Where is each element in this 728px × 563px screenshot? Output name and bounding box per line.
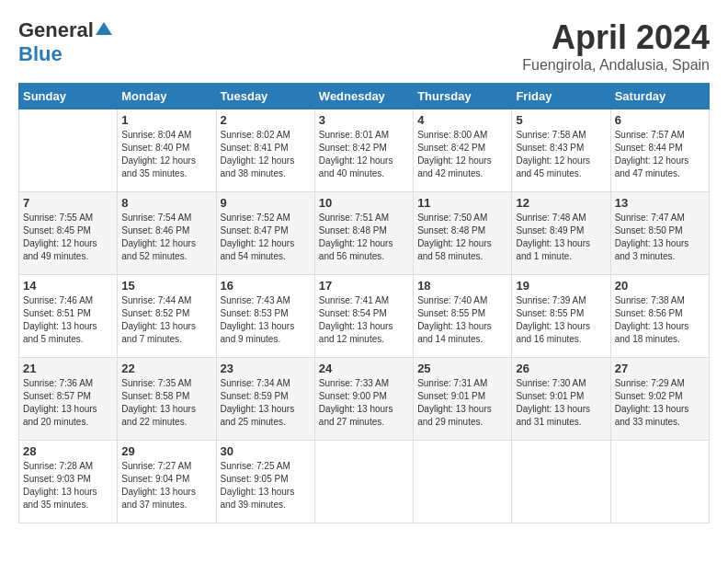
day-info: Sunrise: 7:57 AMSunset: 8:44 PMDaylight:…	[615, 130, 689, 178]
day-info: Sunrise: 7:55 AMSunset: 8:45 PMDaylight:…	[23, 213, 97, 261]
calendar-cell: 28 Sunrise: 7:28 AMSunset: 9:03 PMDaylig…	[19, 441, 118, 523]
day-info: Sunrise: 7:46 AMSunset: 8:51 PMDaylight:…	[23, 295, 97, 344]
calendar-cell: 9 Sunrise: 7:52 AMSunset: 8:47 PMDayligh…	[216, 192, 314, 275]
calendar-cell	[414, 441, 512, 523]
calendar-cell: 8 Sunrise: 7:54 AMSunset: 8:46 PMDayligh…	[118, 192, 216, 275]
day-info: Sunrise: 7:36 AMSunset: 8:57 PMDaylight:…	[23, 378, 97, 427]
calendar-cell: 18 Sunrise: 7:40 AMSunset: 8:55 PMDaylig…	[414, 275, 512, 358]
day-info: Sunrise: 7:27 AMSunset: 9:04 PMDaylight:…	[121, 461, 196, 510]
day-number: 29	[121, 444, 211, 458]
calendar-cell: 11 Sunrise: 7:50 AMSunset: 8:48 PMDaylig…	[414, 192, 512, 275]
day-info: Sunrise: 7:52 AMSunset: 8:47 PMDaylight:…	[221, 213, 295, 261]
day-info: Sunrise: 7:38 AMSunset: 8:56 PMDaylight:…	[615, 295, 689, 344]
calendar-cell: 19 Sunrise: 7:39 AMSunset: 8:55 PMDaylig…	[512, 275, 610, 358]
day-number: 6	[615, 113, 705, 127]
logo: General Blue	[18, 18, 112, 66]
day-number: 30	[221, 444, 311, 458]
calendar-cell: 13 Sunrise: 7:47 AMSunset: 8:50 PMDaylig…	[610, 192, 709, 275]
calendar-cell: 12 Sunrise: 7:48 AMSunset: 8:49 PMDaylig…	[512, 192, 610, 275]
day-number: 9	[221, 196, 311, 210]
day-info: Sunrise: 7:29 AMSunset: 9:02 PMDaylight:…	[615, 378, 689, 427]
calendar-body: 1 Sunrise: 8:04 AMSunset: 8:40 PMDayligh…	[19, 109, 710, 523]
calendar-header: SundayMondayTuesdayWednesdayThursdayFrid…	[19, 84, 710, 109]
day-info: Sunrise: 7:30 AMSunset: 9:01 PMDaylight:…	[516, 378, 590, 427]
calendar-cell: 14 Sunrise: 7:46 AMSunset: 8:51 PMDaylig…	[19, 275, 118, 358]
day-number: 10	[319, 196, 409, 210]
calendar-cell: 6 Sunrise: 7:57 AMSunset: 8:44 PMDayligh…	[610, 109, 709, 192]
day-number: 27	[615, 362, 705, 375]
title-area: April 2024 Fuengirola, Andalusia, Spain	[522, 18, 710, 74]
day-info: Sunrise: 7:40 AMSunset: 8:55 PMDaylight:…	[417, 295, 492, 344]
week-row-4: 21 Sunrise: 7:36 AMSunset: 8:57 PMDaylig…	[19, 358, 710, 441]
week-row-1: 1 Sunrise: 8:04 AMSunset: 8:40 PMDayligh…	[19, 109, 710, 192]
day-number: 5	[516, 113, 606, 127]
day-number: 11	[417, 196, 507, 210]
calendar-cell: 15 Sunrise: 7:44 AMSunset: 8:52 PMDaylig…	[118, 275, 216, 358]
week-row-2: 7 Sunrise: 7:55 AMSunset: 8:45 PMDayligh…	[19, 192, 710, 275]
calendar-cell: 26 Sunrise: 7:30 AMSunset: 9:01 PMDaylig…	[512, 358, 610, 441]
day-info: Sunrise: 7:31 AMSunset: 9:01 PMDaylight:…	[417, 378, 492, 427]
day-number: 25	[417, 362, 507, 375]
day-number: 8	[121, 196, 211, 210]
day-number: 24	[319, 362, 409, 375]
column-header-monday: Monday	[118, 84, 216, 109]
logo-general: General	[18, 18, 94, 42]
calendar-cell: 5 Sunrise: 7:58 AMSunset: 8:43 PMDayligh…	[512, 109, 610, 192]
calendar-cell: 30 Sunrise: 7:25 AMSunset: 9:05 PMDaylig…	[216, 441, 314, 523]
day-number: 22	[121, 362, 211, 375]
day-number: 3	[319, 113, 409, 127]
calendar-cell	[19, 109, 118, 192]
calendar-cell: 4 Sunrise: 8:00 AMSunset: 8:42 PMDayligh…	[414, 109, 512, 192]
column-header-tuesday: Tuesday	[216, 84, 314, 109]
day-number: 19	[516, 279, 606, 293]
day-info: Sunrise: 7:41 AMSunset: 8:54 PMDaylight:…	[319, 295, 393, 344]
day-info: Sunrise: 7:39 AMSunset: 8:55 PMDaylight:…	[516, 295, 590, 344]
day-number: 4	[417, 113, 507, 127]
day-info: Sunrise: 8:01 AMSunset: 8:42 PMDaylight:…	[319, 130, 393, 178]
day-number: 1	[121, 113, 211, 127]
column-header-thursday: Thursday	[414, 84, 512, 109]
day-info: Sunrise: 7:25 AMSunset: 9:05 PMDaylight:…	[221, 461, 295, 510]
calendar-cell: 22 Sunrise: 7:35 AMSunset: 8:58 PMDaylig…	[118, 358, 216, 441]
calendar-cell: 23 Sunrise: 7:34 AMSunset: 8:59 PMDaylig…	[216, 358, 314, 441]
logo-bird-icon	[96, 20, 112, 37]
calendar-cell: 7 Sunrise: 7:55 AMSunset: 8:45 PMDayligh…	[19, 192, 118, 275]
page-header: General Blue April 2024 Fuengirola, Anda…	[18, 18, 710, 74]
calendar-cell	[610, 441, 709, 523]
day-info: Sunrise: 7:54 AMSunset: 8:46 PMDaylight:…	[121, 213, 196, 261]
calendar-cell: 10 Sunrise: 7:51 AMSunset: 8:48 PMDaylig…	[314, 192, 413, 275]
column-header-sunday: Sunday	[19, 84, 118, 109]
day-info: Sunrise: 8:04 AMSunset: 8:40 PMDaylight:…	[121, 130, 196, 178]
day-number: 28	[23, 444, 113, 458]
calendar-cell	[512, 441, 610, 523]
day-number: 21	[23, 362, 113, 375]
calendar-cell: 29 Sunrise: 7:27 AMSunset: 9:04 PMDaylig…	[118, 441, 216, 523]
calendar-cell: 20 Sunrise: 7:38 AMSunset: 8:56 PMDaylig…	[610, 275, 709, 358]
calendar-cell: 21 Sunrise: 7:36 AMSunset: 8:57 PMDaylig…	[19, 358, 118, 441]
location: Fuengirola, Andalusia, Spain	[522, 57, 710, 74]
day-number: 15	[121, 279, 211, 293]
day-info: Sunrise: 7:43 AMSunset: 8:53 PMDaylight:…	[221, 295, 295, 344]
calendar-cell: 3 Sunrise: 8:01 AMSunset: 8:42 PMDayligh…	[314, 109, 413, 192]
week-row-5: 28 Sunrise: 7:28 AMSunset: 9:03 PMDaylig…	[19, 441, 710, 523]
calendar-cell: 1 Sunrise: 8:04 AMSunset: 8:40 PMDayligh…	[118, 109, 216, 192]
day-number: 26	[516, 362, 606, 375]
day-number: 12	[516, 196, 606, 210]
calendar-cell: 17 Sunrise: 7:41 AMSunset: 8:54 PMDaylig…	[314, 275, 413, 358]
logo-blue: Blue	[18, 42, 63, 65]
day-info: Sunrise: 7:35 AMSunset: 8:58 PMDaylight:…	[121, 378, 196, 427]
calendar-cell	[314, 441, 413, 523]
day-number: 7	[23, 196, 113, 210]
calendar-cell: 25 Sunrise: 7:31 AMSunset: 9:01 PMDaylig…	[414, 358, 512, 441]
calendar-cell: 16 Sunrise: 7:43 AMSunset: 8:53 PMDaylig…	[216, 275, 314, 358]
calendar-cell: 2 Sunrise: 8:02 AMSunset: 8:41 PMDayligh…	[216, 109, 314, 192]
calendar-cell: 27 Sunrise: 7:29 AMSunset: 9:02 PMDaylig…	[610, 358, 709, 441]
day-number: 13	[615, 196, 705, 210]
day-number: 18	[417, 279, 507, 293]
day-info: Sunrise: 8:02 AMSunset: 8:41 PMDaylight:…	[221, 130, 295, 178]
calendar-cell: 24 Sunrise: 7:33 AMSunset: 9:00 PMDaylig…	[314, 358, 413, 441]
header-row: SundayMondayTuesdayWednesdayThursdayFrid…	[19, 84, 710, 109]
week-row-3: 14 Sunrise: 7:46 AMSunset: 8:51 PMDaylig…	[19, 275, 710, 358]
day-number: 17	[319, 279, 409, 293]
day-number: 20	[615, 279, 705, 293]
